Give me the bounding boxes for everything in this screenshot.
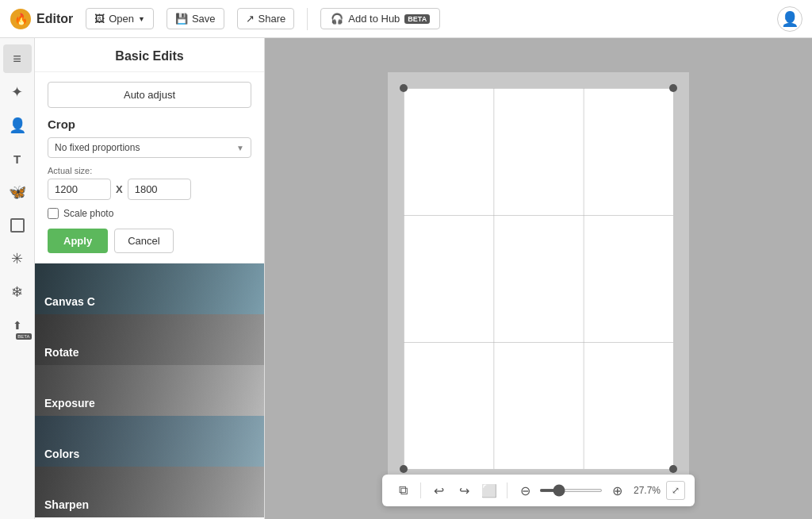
sidebar-item-portrait[interactable]: 👤 xyxy=(3,111,32,140)
compare-button[interactable]: ⬜ xyxy=(478,479,500,502)
redo-icon: ↪ xyxy=(459,483,469,498)
butterfly-icon: 🦋 xyxy=(9,183,26,201)
size-inputs: X xyxy=(48,179,251,200)
colors-section-label: Colors xyxy=(35,441,89,467)
zoom-out-button[interactable]: ⊖ xyxy=(514,479,536,502)
frame-icon xyxy=(10,218,25,233)
share-icon: ↗ xyxy=(246,13,255,25)
person-icon: 👤 xyxy=(9,117,26,134)
avatar-icon: 👤 xyxy=(781,10,799,28)
auto-adjust-button[interactable]: Auto adjust xyxy=(48,82,251,108)
save-icon: 💾 xyxy=(175,13,188,25)
compare-icon: ⬜ xyxy=(481,483,497,498)
user-avatar[interactable]: 👤 xyxy=(777,6,802,32)
proportion-label: No fixed proportions xyxy=(55,142,140,153)
beta-badge: BETA xyxy=(404,14,430,24)
app-header: 🔥 Editor 🖼 Open ▼ 💾 Save ↗ Share 🎧 Add t… xyxy=(0,0,812,38)
svg-text:🔥: 🔥 xyxy=(14,13,29,26)
cancel-button[interactable]: Cancel xyxy=(114,229,173,253)
add-to-hub-button[interactable]: 🎧 Add to Hub BETA xyxy=(320,8,440,29)
zoom-in-icon: ⊕ xyxy=(612,483,622,498)
handle-top-left[interactable] xyxy=(400,84,408,92)
save-button[interactable]: 💾 Save xyxy=(167,8,224,29)
rotate-section-label: Rotate xyxy=(35,340,89,365)
sidebar-item-stickers[interactable]: 🦋 xyxy=(3,178,32,206)
sidebar-item-text[interactable]: T xyxy=(3,144,32,173)
texture-icon: ✳ xyxy=(11,250,23,267)
app-logo: 🔥 Editor xyxy=(10,8,73,30)
icon-sidebar: ≡ ✦ 👤 T 🦋 ✳ ❄ ⬆ xyxy=(0,38,35,519)
wand-icon: ✦ xyxy=(11,83,23,101)
sidebar-item-beta[interactable]: ⬆ xyxy=(3,311,32,340)
chevron-down-icon: ▼ xyxy=(138,15,145,23)
exposure-section-label: Exposure xyxy=(35,390,105,416)
zoom-percent: 27.7% xyxy=(631,485,663,496)
undo-button[interactable]: ↩ xyxy=(427,479,450,502)
scale-photo-label: Scale photo xyxy=(63,208,113,219)
width-input[interactable] xyxy=(48,179,111,200)
colors-section-tile[interactable]: Colors xyxy=(35,416,264,467)
sidebar-item-effects[interactable]: ❄ xyxy=(3,278,32,306)
logo-icon: 🔥 xyxy=(10,8,32,30)
sidebar-item-textures[interactable]: ✳ xyxy=(3,244,32,273)
canvas-area: ⧉ ↩ ↪ ⬜ ⊖ ⊕ 27.7% ⤢ xyxy=(265,38,812,519)
sidebar-item-magic[interactable]: ✦ xyxy=(3,78,32,106)
redo-button[interactable]: ↪ xyxy=(453,479,475,502)
text-icon: T xyxy=(13,152,21,166)
toolbar-divider-1 xyxy=(420,482,421,498)
proportion-dropdown[interactable]: No fixed proportions ▼ xyxy=(48,137,251,158)
expand-button[interactable]: ⤢ xyxy=(666,481,685,500)
undo-icon: ↩ xyxy=(434,483,444,498)
x-separator: X xyxy=(116,183,123,195)
header-divider xyxy=(307,8,308,30)
panel-scroll-area: Crop No fixed proportions ▼ Actual size:… xyxy=(35,108,264,519)
canvas-section-label: Canvas C xyxy=(35,289,105,314)
edit-panel: Basic Edits Auto adjust Crop No fixed pr… xyxy=(35,38,265,519)
bottom-toolbar: ⧉ ↩ ↪ ⬜ ⊖ ⊕ 27.7% ⤢ xyxy=(382,475,695,506)
apply-button[interactable]: Apply xyxy=(48,229,108,253)
canvas-wrapper xyxy=(388,72,689,485)
sidebar-item-frames[interactable] xyxy=(3,211,32,240)
main-content: ≡ ✦ 👤 T 🦋 ✳ ❄ ⬆ Basic Edits Auto adjust xyxy=(0,38,812,519)
crop-buttons: Apply Cancel xyxy=(48,229,251,253)
hub-icon: 🎧 xyxy=(331,13,343,25)
scale-photo-row: Scale photo xyxy=(48,208,251,219)
rotate-section-tile[interactable]: Rotate xyxy=(35,314,264,365)
scale-photo-checkbox[interactable] xyxy=(48,208,59,219)
open-button[interactable]: 🖼 Open ▼ xyxy=(86,8,154,29)
zoom-out-icon: ⊖ xyxy=(520,483,530,498)
effects-icon: ❄ xyxy=(11,283,23,301)
handle-top-right[interactable] xyxy=(669,84,677,92)
handle-bottom-right[interactable] xyxy=(669,465,677,473)
actual-size-row: Actual size: X xyxy=(48,166,251,200)
zoom-in-button[interactable]: ⊕ xyxy=(606,479,628,502)
chevron-down-icon: ▼ xyxy=(236,144,244,152)
panel-title: Basic Edits xyxy=(35,38,264,72)
sharpen-section-tile[interactable]: Sharpen xyxy=(35,467,264,517)
layers-icon: ⧉ xyxy=(399,483,408,498)
sliders-icon: ≡ xyxy=(13,51,21,67)
layers-button[interactable]: ⧉ xyxy=(392,479,414,502)
sharpen-section-label: Sharpen xyxy=(35,492,98,517)
toolbar-divider-2 xyxy=(507,482,508,498)
exposure-section-tile[interactable]: Exposure xyxy=(35,365,264,416)
share-button[interactable]: ↗ Share xyxy=(237,8,295,29)
handle-bottom-left[interactable] xyxy=(400,465,408,473)
canvas-section-tile[interactable]: Canvas C xyxy=(35,263,264,314)
crop-section: Crop No fixed proportions ▼ Actual size:… xyxy=(35,108,264,263)
zoom-slider[interactable] xyxy=(539,489,603,492)
beta-tools-icon: ⬆ xyxy=(13,319,22,332)
height-input[interactable] xyxy=(128,179,191,200)
expand-icon: ⤢ xyxy=(672,485,680,496)
sidebar-item-adjustments[interactable]: ≡ xyxy=(3,44,32,73)
crop-title: Crop xyxy=(48,117,251,131)
canvas-image xyxy=(404,88,673,469)
app-name: Editor xyxy=(36,12,73,26)
actual-size-label: Actual size: xyxy=(48,166,251,175)
open-icon: 🖼 xyxy=(94,13,105,25)
